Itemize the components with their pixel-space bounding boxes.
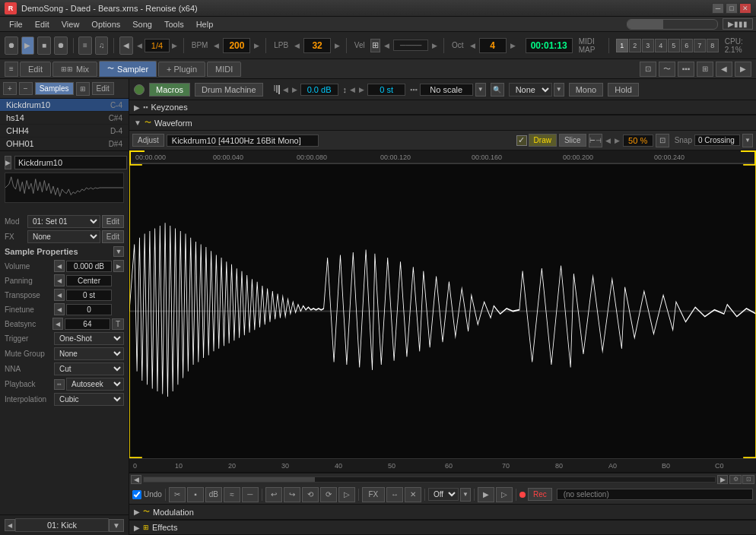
tab-config-icon[interactable]: ≡ (5, 62, 18, 77)
menu-help[interactable]: Help (190, 18, 220, 30)
zoom-arrow-right[interactable]: ▶ (614, 137, 621, 144)
draw-check[interactable]: ✓ (516, 135, 527, 146)
play-btn2[interactable]: ▶ (478, 487, 494, 502)
interp-select[interactable]: Cubic (54, 393, 124, 406)
hold-btn[interactable]: Hold (608, 83, 639, 97)
pattern-num-4[interactable]: 4 (655, 39, 667, 52)
edit-tab[interactable]: Edit (92, 82, 114, 95)
play-btn3[interactable]: ▷ (496, 487, 513, 502)
edit-btn5[interactable]: ↩ (265, 487, 282, 502)
transport-loop[interactable]: ⏺ (54, 36, 68, 55)
fx-select[interactable]: None (27, 230, 100, 243)
lpb-arrow-left[interactable]: ◀ (294, 42, 300, 49)
waveform-header[interactable]: ▼ 〜 Waveform (129, 116, 756, 131)
scroll-thumb[interactable] (144, 477, 315, 482)
tab-icon-arrow[interactable]: ◀ (716, 62, 732, 77)
tune-arrow-right[interactable]: ▶ (358, 86, 365, 93)
sample-item-3[interactable]: OHH01 D#4 (0, 138, 129, 150)
menu-edit[interactable]: Edit (29, 18, 56, 30)
search-icon[interactable]: 🔍 (491, 83, 504, 97)
menu-song[interactable]: Song (126, 18, 158, 30)
samples-config-icon[interactable]: ⊞ (76, 82, 90, 96)
tune-arrow-left[interactable]: ◀ (349, 86, 356, 93)
wf-zoom-in[interactable]: ⚙ (729, 475, 742, 484)
remove-sample-btn[interactable]: − (19, 82, 33, 95)
pattern-arrow-left[interactable]: ◀ (136, 42, 143, 49)
pattern-num-7[interactable]: 7 (694, 39, 706, 52)
menu-file[interactable]: File (3, 18, 29, 30)
draw-btn[interactable]: Draw (529, 134, 557, 147)
panning-down[interactable]: ◀ (54, 274, 65, 286)
macros-btn[interactable]: Macros (149, 83, 190, 97)
transport-play[interactable]: ▶ (21, 36, 35, 55)
oct-value[interactable]: 4 (479, 38, 507, 53)
close-button[interactable]: ✕ (739, 3, 751, 14)
drum-machine-btn[interactable]: Drum Machine (195, 83, 263, 97)
transport-stop[interactable]: ■ (37, 36, 51, 55)
scroll-left[interactable]: ◀ (131, 475, 141, 484)
off-dropdown[interactable]: ▼ (460, 488, 471, 502)
bpm-value[interactable]: 200 (223, 38, 250, 53)
pattern-num-1[interactable]: 1 (616, 39, 628, 52)
rec-btn[interactable]: Rec (528, 488, 552, 501)
tab-sampler[interactable]: 〜 Sampler (99, 61, 157, 77)
none-dropdown[interactable]: ▼ (554, 83, 564, 97)
db-btn[interactable]: dB (205, 487, 222, 502)
tab-icon-bars[interactable]: ▪▪▪ (678, 62, 694, 77)
edit-btn6[interactable]: ↪ (284, 487, 300, 502)
edit-btn11[interactable]: ✕ (405, 487, 421, 502)
oct-arrow-right[interactable]: ▶ (510, 42, 516, 49)
beatsync-down[interactable]: ◀ (52, 318, 63, 330)
edit-btn4[interactable]: ─ (242, 487, 259, 502)
edit-btn9[interactable]: ▷ (338, 487, 355, 502)
edit-btn2[interactable]: ▪ (187, 487, 204, 502)
lpb-value[interactable]: 32 (303, 38, 331, 53)
transport-prev[interactable]: ◀ (119, 36, 133, 55)
preset-arrow[interactable]: ▼ (109, 519, 124, 532)
scroll-track[interactable] (143, 476, 716, 483)
transpose-down[interactable]: ◀ (54, 289, 65, 301)
zoom-arrow-left[interactable]: ◀ (605, 137, 611, 144)
tab-icon-wave[interactable]: 〜 (659, 62, 675, 77)
menu-options[interactable]: Options (85, 18, 126, 30)
transport-config[interactable]: ≡ (78, 36, 92, 55)
keyzones-header[interactable]: ▶ ▪▪ Keyzones (129, 100, 756, 115)
crossing-dropdown[interactable]: ▼ (742, 134, 753, 147)
pattern-num-5[interactable]: 5 (668, 39, 680, 52)
undo-checkbox[interactable] (132, 490, 141, 499)
transport-record[interactable]: ⏺ (5, 36, 18, 55)
add-sample-btn[interactable]: + (3, 82, 17, 95)
oct-arrow-left[interactable]: ◀ (469, 42, 476, 49)
tab-midi[interactable]: MIDI (207, 62, 241, 77)
beatsync-t-btn[interactable]: T (112, 318, 124, 330)
fx-chain-btn[interactable]: FX (362, 487, 385, 502)
midi-map-btn[interactable]: MIDI MAP (579, 37, 603, 54)
tab-mix[interactable]: ⊞⊞ Mix (52, 62, 97, 77)
bpm-arrow-right[interactable]: ▶ (253, 42, 260, 49)
instrument-name-field[interactable] (14, 156, 127, 169)
finetune-down[interactable]: ◀ (54, 303, 65, 315)
volume-up[interactable]: ▶ (113, 260, 124, 272)
bpm-arrow-left[interactable]: ◀ (213, 42, 220, 49)
playback-select[interactable]: Autoseek (66, 378, 124, 391)
edit-btn3[interactable]: ≈ (224, 487, 240, 502)
tab-icon-1[interactable]: ⊡ (640, 62, 656, 77)
edit-btn7[interactable]: ⟲ (302, 487, 319, 502)
mod-select[interactable]: 01: Set 01 (27, 215, 100, 228)
vel-arrow-right[interactable]: ▶ (431, 42, 438, 49)
slice-btn[interactable]: Slice (559, 134, 586, 147)
tab-edit[interactable]: Edit (20, 62, 51, 77)
pattern-num-6[interactable]: 6 (681, 39, 693, 52)
zoom-btn[interactable]: ⊡ (656, 134, 669, 147)
lpb-arrow-right[interactable]: ▶ (334, 42, 341, 49)
cut-btn[interactable]: ✂ (169, 487, 186, 502)
nna-select[interactable]: Cut (54, 362, 124, 375)
vol-arrow-left[interactable]: ◀ (282, 86, 289, 93)
samples-tab[interactable]: Samples (35, 82, 74, 95)
mute-select[interactable]: None (54, 347, 124, 360)
sample-item-0[interactable]: Kickdrum10 C-4 (0, 99, 129, 112)
mono-btn[interactable]: Mono (569, 83, 604, 97)
off-select[interactable]: Off (428, 488, 459, 501)
pattern-num-3[interactable]: 3 (642, 39, 654, 52)
undo-check[interactable]: Undo (132, 490, 162, 499)
